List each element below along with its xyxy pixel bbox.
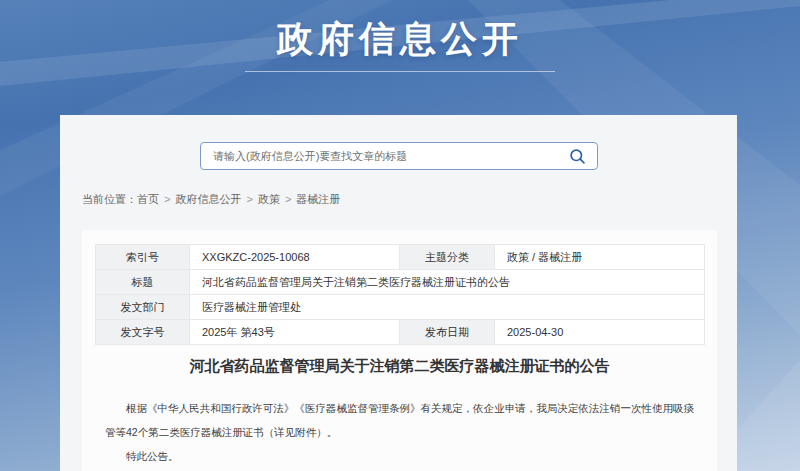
article-paragraph: 特此公告。 <box>105 444 694 468</box>
department-label-cell: 发文部门 <box>96 295 190 320</box>
table-row: 发文字号 2025年 第43号 发布日期 2025-04-30 <box>96 320 705 345</box>
breadcrumb-item-policy[interactable]: 政策 <box>258 193 280 205</box>
breadcrumb: 当前位置：首页>政府信息公开>政策>器械注册 <box>82 192 340 206</box>
breadcrumb-separator: > <box>285 193 291 205</box>
breadcrumb-separator: > <box>164 193 170 205</box>
breadcrumb-item-device-registration[interactable]: 器械注册 <box>296 193 340 205</box>
department-value-cell: 医疗器械注册管理处 <box>190 295 705 320</box>
category-label-cell: 主题分类 <box>400 245 495 270</box>
publish-date-value-cell: 2025-04-30 <box>495 320 705 345</box>
article-title: 河北省药品监督管理局关于注销第二类医疗器械注册证书的公告 <box>95 357 704 376</box>
main-panel: 当前位置：首页>政府信息公开>政策>器械注册 索引号 XXGKZC-2025-1… <box>60 115 737 471</box>
article-card: 索引号 XXGKZC-2025-10068 主题分类 政策 / 器械注册 标题 … <box>82 230 717 471</box>
breadcrumb-separator: > <box>246 193 252 205</box>
page-background: 政府信息公开 当前位置：首页>政府信息公开>政策>器械注册 索引号 <box>0 0 800 471</box>
doc-number-value-cell: 2025年 第43号 <box>190 320 400 345</box>
title-value-cell: 河北省药品监督管理局关于注销第二类医疗器械注册证书的公告 <box>190 270 705 295</box>
breadcrumb-item-home[interactable]: 首页 <box>137 193 159 205</box>
table-row: 标题 河北省药品监督管理局关于注销第二类医疗器械注册证书的公告 <box>96 270 705 295</box>
breadcrumb-label: 当前位置： <box>82 193 137 205</box>
page-title: 政府信息公开 <box>0 15 800 64</box>
index-value-cell: XXGKZC-2025-10068 <box>190 245 400 270</box>
doc-number-label-cell: 发文字号 <box>96 320 190 345</box>
publish-date-label-cell: 发布日期 <box>400 320 495 345</box>
search-bar <box>200 142 598 170</box>
category-value-cell: 政策 / 器械注册 <box>495 245 705 270</box>
article-paragraph: 根据《中华人民共和国行政许可法》《医疗器械监督管理条例》有关规定，依企业申请，我… <box>105 396 694 444</box>
table-row: 发文部门 医疗器械注册管理处 <box>96 295 705 320</box>
title-underline <box>245 71 555 72</box>
search-input[interactable] <box>201 143 569 169</box>
search-icon[interactable] <box>569 148 586 165</box>
article-body: 根据《中华人民共和国行政许可法》《医疗器械监督管理条例》有关规定，依企业申请，我… <box>95 396 704 468</box>
table-row: 索引号 XXGKZC-2025-10068 主题分类 政策 / 器械注册 <box>96 245 705 270</box>
title-label-cell: 标题 <box>96 270 190 295</box>
breadcrumb-item-gov-info[interactable]: 政府信息公开 <box>175 193 241 205</box>
meta-table: 索引号 XXGKZC-2025-10068 主题分类 政策 / 器械注册 标题 … <box>95 244 705 345</box>
index-label-cell: 索引号 <box>96 245 190 270</box>
